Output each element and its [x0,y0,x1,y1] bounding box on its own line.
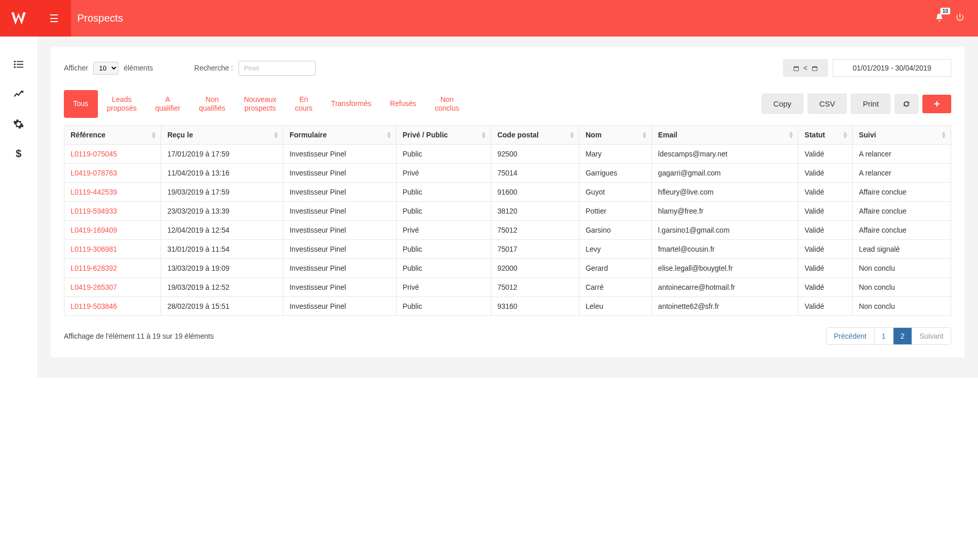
chart-line-icon [13,89,24,100]
pagination: Précédent 12Suivant [826,327,951,345]
copy-button[interactable]: Copy [762,94,803,114]
date-nav-button[interactable]: < [783,59,828,77]
tab-nouveaux-prospects[interactable]: Nouveauxprospects [235,90,286,118]
cell-nom: Carré [579,277,651,296]
page-size-select[interactable]: 10 [93,62,118,75]
column-header[interactable]: Formulaire▲▼ [283,125,396,144]
column-header[interactable]: Reçu le▲▼ [161,125,283,144]
reference-link[interactable]: L0119-442539 [71,188,117,196]
search-label: Recherche : [194,64,233,72]
tab-label: Non [435,95,459,104]
cell-recu: 19/03/2019 à 12:52 [161,277,283,296]
date-range-input[interactable]: 01/01/2019 - 30/04/2019 [833,59,951,77]
search-input[interactable] [238,61,316,76]
sidebar-item-list[interactable] [11,57,26,72]
svg-rect-10 [813,67,817,68]
table-row: L0119-30698131/01/2019 à 11:54Investisse… [64,239,951,258]
cell-nom: Mary [579,144,651,163]
cell-form: Investisseur Pinel [283,182,396,201]
reference-link[interactable]: L0419-078763 [71,169,117,177]
topbar: ☰ Prospects 10 [0,0,978,37]
cell-cp: 91600 [491,182,579,201]
logo[interactable] [0,0,37,37]
column-header[interactable]: Statut▲▼ [798,125,852,144]
notifications-button[interactable]: 10 [935,13,944,24]
sort-icon: ▲▼ [151,131,157,138]
cell-email: hlamy@free.fr [651,201,798,220]
sidebar-item-billing[interactable]: $ [11,147,26,161]
column-label: Nom [586,131,602,139]
tab-en-cours[interactable]: Encours [286,90,322,118]
cell-ref: L0419-169409 [64,220,161,239]
notification-badge: 10 [940,8,950,14]
csv-button[interactable]: CSV [808,94,847,114]
cell-recu: 17/01/2019 à 17:59 [161,144,283,163]
next-page-button[interactable]: Suivant [912,328,951,344]
page-button-1[interactable]: 1 [874,328,894,344]
tab-leads-proposés[interactable]: Leadsproposés [98,90,146,118]
reference-link[interactable]: L0419-265307 [71,283,117,291]
tab-non-conclus[interactable]: Nonconclus [425,90,468,118]
table-info: Affichage de l'élément 11 à 19 sur 19 él… [64,332,214,340]
sort-icon: ▲▼ [843,131,848,138]
tab-label: Tous [73,99,89,108]
tab-non-qualifiés[interactable]: Nonqualifiés [190,90,234,118]
cell-priv: Public [396,258,491,277]
sort-icon: ▲▼ [273,131,279,138]
page-title: Prospects [71,12,123,24]
show-label-prefix: Afficher [64,64,88,72]
tab-tous[interactable]: Tous [64,90,98,118]
tab-transformés[interactable]: Transformés [322,90,381,118]
cell-email: elise.legall@bouygtel.fr [651,258,798,277]
svg-point-4 [14,66,16,68]
cell-statut: Validé [798,239,852,258]
sidebar-item-settings[interactable] [11,117,26,131]
sort-icon: ▲▼ [642,131,647,138]
add-button[interactable]: + [922,95,951,113]
cell-priv: Public [396,201,491,220]
svg-rect-3 [16,64,23,65]
cell-ref: L0119-075045 [64,144,161,163]
column-header[interactable]: Suivi▲▼ [852,125,951,144]
reference-link[interactable]: L0119-306981 [71,245,117,253]
refresh-button[interactable] [895,94,918,114]
reference-link[interactable]: L0119-594933 [71,207,117,215]
sort-icon: ▲▼ [569,131,575,138]
cell-cp: 75012 [491,220,579,239]
filter-tabs: TousLeadsproposésAqualifierNonqualifiésN… [64,90,469,118]
cell-ref: L0419-265307 [64,277,161,296]
page-button-2[interactable]: 2 [894,328,913,344]
logout-button[interactable] [955,13,965,24]
cell-priv: Public [396,144,491,163]
cell-form: Investisseur Pinel [283,258,396,277]
cell-nom: Garrigues [579,163,651,182]
cell-statut: Validé [798,144,852,163]
reference-link[interactable]: L0419-169409 [71,226,117,234]
hamburger-icon: ☰ [49,12,59,25]
cell-recu: 12/04/2019 à 12:54 [161,220,283,239]
cell-cp: 75014 [491,163,579,182]
print-button[interactable]: Print [851,94,890,114]
menu-toggle-button[interactable]: ☰ [37,0,71,37]
cell-priv: Public [396,239,491,258]
sidebar-item-analytics[interactable] [11,87,26,101]
column-header[interactable]: Privé / Public▲▼ [396,125,491,144]
cell-recu: 31/01/2019 à 11:54 [161,239,283,258]
reference-link[interactable]: L0119-075045 [71,150,117,158]
column-header[interactable]: Nom▲▼ [579,125,651,144]
column-header[interactable]: Email▲▼ [651,125,798,144]
tab-a-qualifier[interactable]: Aqualifier [146,90,190,118]
reference-link[interactable]: L0119-628392 [71,264,117,272]
sort-icon: ▲▼ [788,131,794,138]
cell-statut: Validé [798,163,852,182]
tab-refusés[interactable]: Refusés [381,90,425,118]
prev-page-button[interactable]: Précédent [827,328,874,344]
tab-label: Transformés [331,99,371,108]
column-header[interactable]: Code postal▲▼ [491,125,579,144]
table-row: L0419-16940912/04/2019 à 12:54Investisse… [64,220,951,239]
cell-ref: L0119-503846 [64,296,161,316]
reference-link[interactable]: L0119-503846 [71,302,117,310]
table-row: L0119-07504517/01/2019 à 17:59Investisse… [64,144,951,163]
column-header[interactable]: Référence▲▼ [64,125,161,144]
cell-email: fmartel@cousin.fr [651,239,798,258]
